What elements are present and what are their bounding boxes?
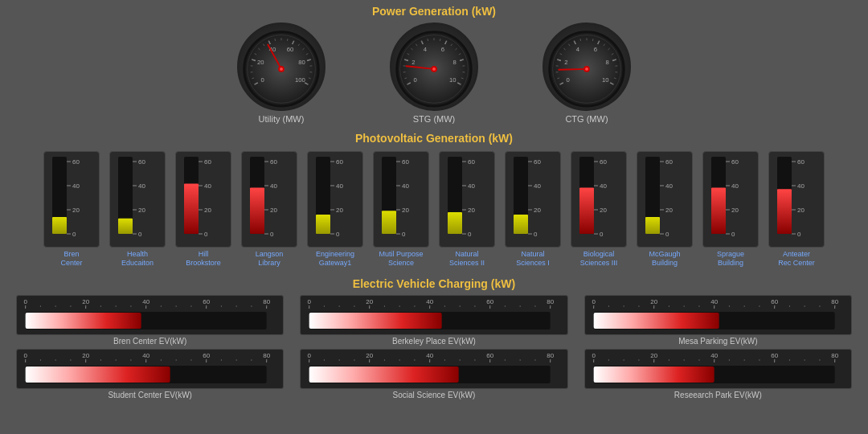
ev-charging-title: Electric Vehicle Charging (kW) — [16, 272, 852, 292]
thermo-health: 6040200 Health Educaiton — [107, 151, 168, 268]
section-power-gen: Power Generation (kW) 020406080100 Utili… — [0, 0, 868, 127]
svg-text:60: 60 — [468, 158, 475, 166]
ev-label-student_ev: Student Center EV(kW) — [108, 391, 191, 399]
svg-rect-225 — [777, 189, 792, 234]
svg-text:0: 0 — [138, 231, 142, 238]
svg-text:20: 20 — [257, 59, 264, 66]
svg-text:60: 60 — [665, 158, 673, 166]
svg-text:0: 0 — [261, 76, 264, 84]
svg-rect-165 — [382, 211, 396, 234]
svg-text:6: 6 — [441, 46, 444, 53]
svg-text:40: 40 — [402, 182, 409, 190]
svg-text:0: 0 — [414, 76, 417, 84]
svg-text:40: 40 — [710, 298, 718, 305]
ev-label-social_ev: Social Science EV(kW) — [393, 391, 476, 399]
svg-text:60: 60 — [138, 158, 145, 166]
svg-text:20: 20 — [72, 207, 80, 214]
svg-text:0: 0 — [468, 231, 472, 238]
svg-text:40: 40 — [797, 182, 805, 190]
svg-line-111 — [559, 69, 587, 70]
gauge-stg: 0246810 STG (MW) — [390, 23, 478, 124]
svg-text:0: 0 — [600, 231, 604, 238]
svg-text:20: 20 — [82, 298, 89, 305]
svg-text:0: 0 — [402, 231, 406, 238]
svg-rect-115 — [52, 217, 67, 234]
thermo-langson: 6040200 Langson Library — [239, 151, 300, 268]
ev-label-research_ev: Reseearch Park EV(kW) — [674, 391, 762, 399]
svg-text:40: 40 — [600, 182, 607, 190]
svg-rect-205 — [645, 217, 660, 234]
svg-rect-185 — [514, 215, 528, 234]
svg-text:4: 4 — [576, 46, 580, 53]
thermo-natsci1: 6040200 Natural Sciences I — [502, 151, 563, 268]
svg-text:0: 0 — [797, 231, 801, 238]
gauge-label-ctg: CTG (MW) — [565, 114, 608, 124]
svg-text:60: 60 — [534, 158, 541, 166]
svg-rect-145 — [250, 187, 264, 234]
gauges-row: 020406080100 Utility (MW) 0246810 STG (M… — [0, 19, 868, 127]
svg-rect-291 — [309, 313, 442, 329]
svg-text:60: 60 — [287, 46, 294, 53]
thermo-natsci2: 6040200 Natural Sciences II — [436, 151, 497, 268]
svg-text:0: 0 — [534, 231, 538, 238]
thermo-label-mcgaugh: McGaugh Building — [649, 250, 680, 268]
svg-text:20: 20 — [204, 207, 211, 214]
svg-text:80: 80 — [831, 298, 838, 305]
svg-text:60: 60 — [204, 158, 211, 166]
svg-text:40: 40 — [534, 182, 541, 190]
svg-text:6: 6 — [594, 46, 597, 53]
svg-text:2: 2 — [411, 59, 415, 66]
svg-text:20: 20 — [366, 352, 374, 359]
svg-text:10: 10 — [449, 76, 457, 84]
svg-rect-262 — [26, 313, 141, 329]
svg-text:0: 0 — [592, 298, 596, 305]
svg-text:20: 20 — [82, 352, 89, 359]
svg-text:10: 10 — [602, 76, 609, 84]
svg-text:20: 20 — [270, 207, 277, 214]
svg-text:2: 2 — [564, 59, 567, 66]
svg-text:0: 0 — [308, 298, 312, 305]
svg-text:40: 40 — [427, 352, 434, 359]
svg-text:80: 80 — [831, 352, 838, 359]
svg-text:40: 40 — [710, 352, 718, 359]
svg-rect-349 — [26, 366, 170, 383]
svg-text:60: 60 — [487, 298, 494, 305]
svg-text:60: 60 — [72, 158, 80, 166]
svg-point-37 — [280, 68, 283, 71]
svg-text:20: 20 — [600, 207, 607, 214]
svg-text:20: 20 — [366, 298, 374, 305]
thermo-label-health: Health Educaiton — [121, 250, 154, 268]
thermo-sprague: 6040200 Sprague Building — [700, 151, 761, 268]
svg-text:0: 0 — [336, 231, 340, 238]
svg-rect-378 — [309, 366, 459, 383]
svg-text:60: 60 — [203, 298, 210, 305]
ev-grid: 020406080 Bren Center EV(kW) 020406080 B… — [16, 292, 852, 403]
svg-point-75 — [432, 68, 436, 71]
svg-text:0: 0 — [731, 231, 735, 238]
svg-text:20: 20 — [665, 207, 673, 214]
svg-rect-320 — [593, 313, 719, 329]
pv-buildings-row: 6040200 Bren Center 6040200 Health Educa… — [0, 146, 868, 269]
svg-text:40: 40 — [427, 298, 434, 305]
svg-rect-155 — [316, 215, 330, 234]
svg-text:20: 20 — [731, 207, 739, 214]
svg-rect-175 — [448, 212, 462, 234]
svg-text:20: 20 — [336, 207, 343, 214]
svg-text:40: 40 — [336, 182, 343, 190]
svg-text:60: 60 — [402, 158, 409, 166]
thermo-bren: 6040200 Bren Center — [41, 151, 102, 268]
svg-text:0: 0 — [270, 231, 274, 238]
thermo-label-mutil: Mutil Purpose Science — [379, 250, 423, 268]
svg-text:4: 4 — [424, 46, 428, 53]
svg-text:60: 60 — [336, 158, 343, 166]
section-pv-gen: Photovoltaic Generation (kW) 6040200 Bre… — [0, 127, 868, 269]
svg-text:20: 20 — [534, 207, 541, 214]
ev-station-bren_ev: 020406080 Bren Center EV(kW) — [16, 295, 284, 346]
pv-gen-title: Photovoltaic Generation (kW) — [0, 127, 868, 146]
ev-label-berkeley_ev: Berkeley Place EV(kW) — [392, 337, 476, 346]
thermo-anteater: 6040200 Anteater Rec Center — [766, 151, 827, 268]
gauge-utility: 020406080100 Utility (MW) — [237, 23, 326, 124]
ev-station-social_ev: 020406080 Social Science EV(kW) — [300, 349, 567, 399]
ev-station-berkeley_ev: 020406080 Berkeley Place EV(kW) — [300, 295, 567, 346]
svg-text:8: 8 — [452, 59, 456, 66]
